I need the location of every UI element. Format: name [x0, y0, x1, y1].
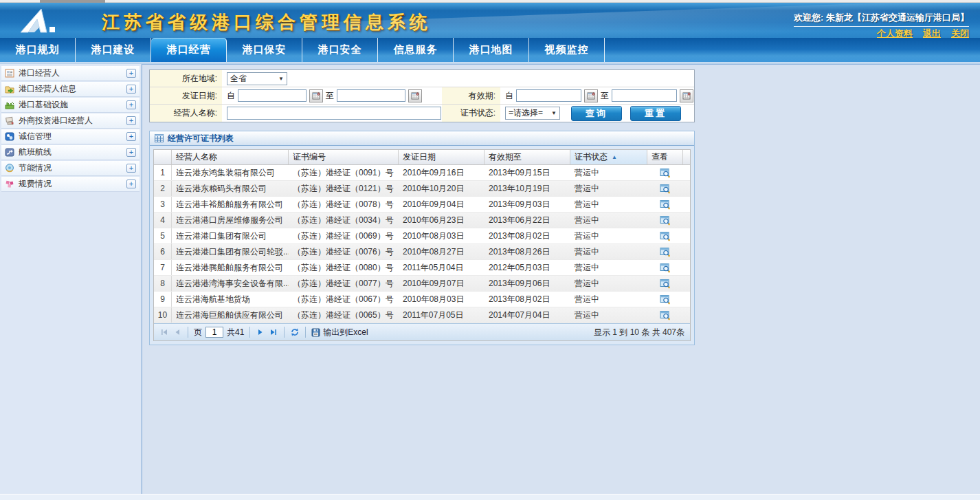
column-header-1[interactable]: 经营人名称: [172, 150, 289, 164]
view-icon: [660, 279, 671, 289]
nav-tab-7[interactable]: 港口地图: [454, 38, 529, 62]
nav-tab-8[interactable]: 视频监控: [529, 38, 605, 62]
nav-tab-5[interactable]: 港口安全: [302, 38, 378, 62]
view-button[interactable]: [647, 197, 683, 212]
table-row[interactable]: 5连云港港口集团有限公司（苏连）港经证（0069）号2010年08月03日201…: [154, 228, 690, 244]
expand-plus-button[interactable]: +: [126, 69, 136, 78]
region-label: 所在地域:: [150, 70, 222, 87]
chevron-down-icon: ▼: [276, 76, 287, 82]
export-excel-label: 输出到Excel: [323, 327, 368, 338]
table-row[interactable]: 4连云港港口房屋维修服务公司（苏连）港经证（0034）号2010年06月23日2…: [154, 213, 690, 228]
header-link-1[interactable]: 个人资料: [877, 28, 913, 38]
cert-status-select[interactable]: =请选择= ▼: [505, 107, 560, 120]
refresh-icon[interactable]: [290, 327, 300, 337]
view-button[interactable]: [647, 276, 683, 291]
view-button[interactable]: [647, 228, 683, 243]
sidebar-item-1[interactable]: 港口经营人+: [1, 66, 140, 81]
region-select[interactable]: 全省 ▼: [227, 72, 287, 85]
expand-plus-button[interactable]: +: [126, 132, 136, 141]
search-row-dates: 发证日期: 自 至 有效期: 自 至: [150, 87, 694, 105]
pagination-bar: 页 共41 输出到Excel 显示 1 到 10 条 共 407条: [154, 323, 690, 340]
table-row[interactable]: 10连云港海巨船舶供应有限公司（苏连）港经证（0065）号2011年07月05日…: [154, 307, 690, 323]
sidebar-item-2[interactable]: 港口经营人信息+: [1, 82, 140, 97]
calendar-button[interactable]: [408, 89, 422, 102]
expand-plus-button[interactable]: +: [126, 180, 136, 188]
nav-tab-1[interactable]: 港口规划: [0, 38, 76, 62]
column-header-5[interactable]: 证书状态▲: [570, 150, 647, 164]
first-page-icon[interactable]: [159, 327, 169, 337]
view-button[interactable]: [647, 260, 683, 275]
main-nav: 港口规划港口建设港口经营港口保安港口安全信息服务港口地图视频监控: [0, 38, 980, 62]
cell-cert-number: （苏连）港经证（0065）号: [289, 307, 399, 323]
nav-tab-4[interactable]: 港口保安: [227, 38, 302, 62]
reset-button[interactable]: 重置: [630, 106, 681, 121]
sidebar-item-7[interactable]: 节能情况+: [1, 161, 140, 176]
validity-from-input[interactable]: [516, 89, 581, 102]
last-page-icon[interactable]: [269, 327, 278, 337]
column-header-6[interactable]: 查看: [647, 150, 683, 164]
table-row[interactable]: 9连云港海航基地货场（苏连）港经证（0067）号2010年08月03日2013年…: [154, 292, 690, 307]
operator-name-input[interactable]: [227, 107, 441, 120]
table-row[interactable]: 1连云港东鸿集装箱有限公司（苏连）港经证（0091）号2010年09月16日20…: [154, 165, 690, 181]
expand-plus-button[interactable]: +: [126, 85, 136, 94]
main-content: 所在地域: 全省 ▼ 发证日期: 自 至 有效期: [142, 64, 980, 494]
header-links: 个人资料退出关闭: [877, 28, 969, 38]
row-number: 9: [154, 292, 172, 307]
calendar-button[interactable]: [584, 89, 598, 102]
view-button[interactable]: [647, 244, 683, 259]
query-button[interactable]: 查询: [571, 106, 622, 121]
view-button[interactable]: [647, 213, 683, 228]
table-row[interactable]: 3连云港丰裕船舶服务有限公司（苏连）港经证（0078）号2010年09月04日2…: [154, 197, 690, 213]
sidebar-item-3[interactable]: 港口基础设施+: [1, 98, 140, 113]
calendar-button[interactable]: [680, 89, 693, 102]
header-link-2[interactable]: 退出: [923, 28, 941, 38]
nav-tab-6[interactable]: 信息服务: [378, 38, 454, 62]
energy-icon: [4, 163, 15, 173]
page-number-input[interactable]: [205, 327, 223, 338]
cert-status-select-value: =请选择=: [509, 107, 543, 119]
header-link-3[interactable]: 关闭: [951, 28, 969, 38]
issue-from-label: 自: [227, 90, 235, 102]
expand-plus-button[interactable]: +: [126, 100, 136, 109]
column-header-3[interactable]: 发证日期: [399, 150, 485, 164]
cell-valid-until: 2012年05月03日: [485, 260, 570, 275]
sidebar-item-4[interactable]: 外商投资港口经营人+: [1, 113, 140, 129]
next-page-icon[interactable]: [256, 327, 265, 337]
expand-plus-button[interactable]: +: [126, 164, 136, 173]
cell-valid-until: 2013年09月06日: [485, 276, 570, 291]
column-header-2[interactable]: 证书编号: [289, 150, 399, 164]
column-header-4[interactable]: 有效期至: [485, 150, 570, 164]
cell-operator-name: 连云港港口集团有限公司: [172, 228, 289, 243]
view-button[interactable]: [647, 307, 683, 323]
cert-status-label: 证书状态:: [442, 105, 500, 122]
table-row[interactable]: 7连云港港腾船舶服务有限公司（苏连）港经证（0080）号2011年05月04日2…: [154, 260, 690, 276]
issue-date-from-input[interactable]: [238, 89, 307, 102]
panel-title-bar: 经营许可证书列表: [150, 131, 694, 146]
prev-page-icon[interactable]: [172, 327, 182, 337]
page-label: 页: [194, 327, 202, 338]
validity-to-input[interactable]: [612, 89, 677, 102]
issue-date-to-input[interactable]: [337, 89, 405, 102]
calendar-button[interactable]: [309, 89, 323, 102]
export-excel-button[interactable]: 输出到Excel: [311, 327, 368, 338]
view-button[interactable]: [647, 181, 683, 196]
table-row[interactable]: 2连云港东粮码头有限公司（苏连）港经证（0121）号2010年10月20日201…: [154, 181, 690, 197]
floppy-icon: [311, 328, 320, 337]
sidebar-item-6[interactable]: 航班航线+: [1, 145, 140, 160]
cell-cert-number: （苏连）港经证（0080）号: [289, 260, 399, 275]
nav-tab-3[interactable]: 港口经营: [151, 38, 227, 62]
table-row[interactable]: 6连云港港口集团有限公司轮驳...（苏连）港经证（0076）号2010年08月2…: [154, 244, 690, 260]
cell-operator-name: 连云港海巨船舶供应有限公司: [172, 307, 289, 323]
view-icon: [660, 294, 671, 305]
expand-plus-button[interactable]: +: [126, 116, 136, 125]
cell-operator-name: 连云港港湾海事安全设备有限...: [172, 276, 289, 291]
sidebar-item-5[interactable]: 诚信管理+: [1, 129, 140, 144]
view-button[interactable]: [647, 165, 683, 180]
table-row[interactable]: 8连云港港湾海事安全设备有限...（苏连）港经证（0077）号2010年09月0…: [154, 276, 690, 292]
cell-valid-until: 2013年08月02日: [485, 228, 570, 243]
expand-plus-button[interactable]: +: [126, 148, 136, 157]
sidebar-item-8[interactable]: 规费情况+: [1, 177, 140, 192]
cell-status: 营运中: [570, 292, 647, 307]
nav-tab-2[interactable]: 港口建设: [76, 38, 151, 62]
view-button[interactable]: [647, 292, 683, 307]
